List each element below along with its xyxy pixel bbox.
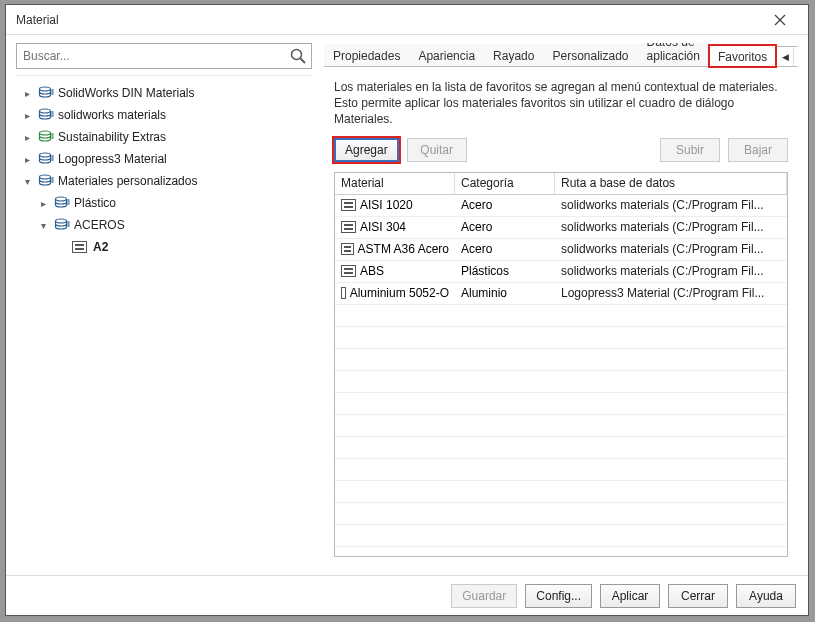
- remove-button[interactable]: Quitar: [407, 138, 467, 162]
- add-button[interactable]: Agregar: [334, 138, 399, 162]
- cell-material-text: AISI 1020: [360, 198, 413, 212]
- chevron-right-icon[interactable]: ▸: [20, 108, 34, 122]
- database-icon: [38, 108, 54, 122]
- dialog-footer: Guardar Config... Aplicar Cerrar Ayuda: [6, 575, 808, 615]
- svg-point-17: [56, 197, 67, 201]
- col-path[interactable]: Ruta a base de datos: [555, 173, 787, 194]
- cell-path: Logopress3 Material (C:/Program Fil...: [555, 286, 787, 300]
- chevron-right-icon[interactable]: ▸: [20, 130, 34, 144]
- tab-personalizado[interactable]: Personalizado: [543, 44, 637, 66]
- close-button[interactable]: [760, 6, 800, 34]
- cell-path: solidworks materials (C:/Program Fil...: [555, 198, 787, 212]
- tab-apariencia[interactable]: Apariencia: [409, 44, 484, 66]
- help-button[interactable]: Ayuda: [736, 584, 796, 608]
- tree-item-label: Materiales personalizados: [58, 174, 197, 188]
- cell-category: Aluminio: [455, 286, 555, 300]
- tab-propiedades[interactable]: Propiedades: [324, 44, 409, 66]
- cell-category: Acero: [455, 198, 555, 212]
- cell-material-text: ABS: [360, 264, 384, 278]
- cell-category: Plásticos: [455, 264, 555, 278]
- database-icon: [38, 86, 54, 100]
- tab-datos-de-aplicación[interactable]: Datos de aplicación: [638, 43, 709, 66]
- material-icon: [341, 287, 346, 299]
- table-row[interactable]: AISI 1020Acerosolidworks materials (C:/P…: [335, 195, 787, 217]
- material-icon: [72, 241, 87, 253]
- cell-material-text: Aluminium 5052-O: [350, 286, 449, 300]
- table-body[interactable]: AISI 1020Acerosolidworks materials (C:/P…: [335, 195, 787, 556]
- database-icon: [38, 174, 54, 188]
- tree-item-label: A2: [93, 240, 108, 254]
- tree-item[interactable]: ▸ Sustainability Extras: [18, 126, 310, 148]
- move-up-button[interactable]: Subir: [660, 138, 720, 162]
- table-row[interactable]: Aluminium 5052-OAluminioLogopress3 Mater…: [335, 283, 787, 305]
- move-down-button[interactable]: Bajar: [728, 138, 788, 162]
- database-icon: [38, 152, 54, 166]
- tab-rayado[interactable]: Rayado: [484, 44, 543, 66]
- svg-point-11: [40, 153, 51, 157]
- save-button[interactable]: Guardar: [451, 584, 517, 608]
- svg-point-2: [40, 87, 51, 91]
- svg-point-14: [40, 175, 51, 179]
- database-icon: [38, 130, 54, 144]
- favorites-desc-line2: Esto permite aplicar los materiales favo…: [334, 96, 734, 126]
- table-row-empty: [335, 371, 787, 393]
- table-row[interactable]: ASTM A36 AceroAcerosolidworks materials …: [335, 239, 787, 261]
- table-row[interactable]: ABSPlásticossolidworks materials (C:/Pro…: [335, 261, 787, 283]
- cell-material: Aluminium 5052-O: [335, 286, 455, 300]
- chevron-down-icon[interactable]: ▾: [36, 218, 50, 232]
- database-icon: [54, 218, 70, 232]
- chevron-right-icon[interactable]: ▸: [20, 152, 34, 166]
- database-icon: [54, 196, 70, 210]
- search-icon: [289, 47, 307, 65]
- cell-material-text: ASTM A36 Acero: [358, 242, 449, 256]
- tree-item[interactable]: ▸A2: [18, 236, 310, 258]
- chevron-right-icon[interactable]: ▸: [36, 196, 50, 210]
- search-box[interactable]: [16, 43, 312, 69]
- tree-item[interactable]: ▸ Plástico: [18, 192, 310, 214]
- favorites-desc-line1: Los materiales en la lista de favoritos …: [334, 80, 778, 94]
- table-row-empty: [335, 503, 787, 525]
- table-row-empty: [335, 459, 787, 481]
- svg-line-1: [301, 59, 306, 64]
- material-icon: [341, 243, 354, 255]
- tab-scroll-right[interactable]: ▶: [793, 47, 798, 66]
- cell-category: Acero: [455, 242, 555, 256]
- config-button[interactable]: Config...: [525, 584, 592, 608]
- search-input[interactable]: [17, 44, 311, 68]
- tree-item-label: solidworks materials: [58, 108, 166, 122]
- cell-material: AISI 304: [335, 220, 455, 234]
- tab-favoritos[interactable]: Favoritos: [709, 45, 776, 67]
- tree-item-label: Sustainability Extras: [58, 130, 166, 144]
- table-row-empty: [335, 393, 787, 415]
- tree-item[interactable]: ▸ SolidWorks DIN Materials: [18, 82, 310, 104]
- svg-point-5: [40, 109, 51, 113]
- cell-path: solidworks materials (C:/Program Fil...: [555, 242, 787, 256]
- cell-material: ASTM A36 Acero: [335, 242, 455, 256]
- tree-item[interactable]: ▾ ACEROS: [18, 214, 310, 236]
- cell-path: solidworks materials (C:/Program Fil...: [555, 264, 787, 278]
- tabstrip: PropiedadesAparienciaRayadoPersonalizado…: [324, 43, 798, 67]
- col-category[interactable]: Categoría: [455, 173, 555, 194]
- col-material[interactable]: Material: [335, 173, 455, 194]
- tree-item[interactable]: ▸ solidworks materials: [18, 104, 310, 126]
- apply-button[interactable]: Aplicar: [600, 584, 660, 608]
- table-row-empty: [335, 349, 787, 371]
- chevron-down-icon[interactable]: ▾: [20, 174, 34, 188]
- chevron-right-icon[interactable]: ▸: [20, 86, 34, 100]
- tree-item[interactable]: ▾ Materiales personalizados: [18, 170, 310, 192]
- tree-item-label: SolidWorks DIN Materials: [58, 86, 194, 100]
- tree-item-label: Plástico: [74, 196, 116, 210]
- material-icon: [341, 265, 356, 277]
- tree-item[interactable]: ▸ Logopress3 Material: [18, 148, 310, 170]
- svg-point-0: [292, 50, 302, 60]
- cell-material: ABS: [335, 264, 455, 278]
- close-dialog-button[interactable]: Cerrar: [668, 584, 728, 608]
- tab-scroll: ◀ ▶: [776, 46, 798, 66]
- cell-material: AISI 1020: [335, 198, 455, 212]
- tree-item-label: Logopress3 Material: [58, 152, 167, 166]
- material-tree[interactable]: ▸ SolidWorks DIN Materials▸ solidworks m…: [16, 75, 312, 567]
- left-panel: ▸ SolidWorks DIN Materials▸ solidworks m…: [16, 43, 312, 567]
- material-dialog: Material ▸ SolidWorks DIN Materials▸ sol…: [5, 4, 809, 616]
- table-row[interactable]: AISI 304Acerosolidworks materials (C:/Pr…: [335, 217, 787, 239]
- tab-scroll-left[interactable]: ◀: [777, 47, 793, 66]
